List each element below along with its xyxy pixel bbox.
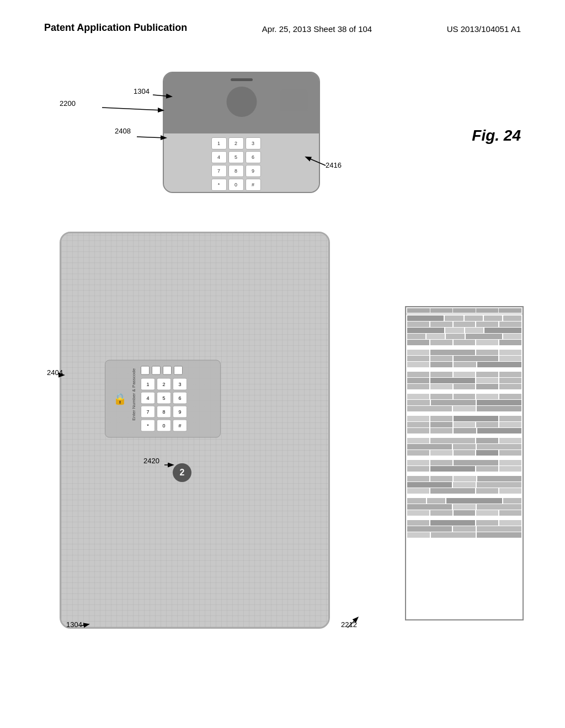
small-device-top: 1 2 3 4 5 6 7 8 9 * 0 # — [163, 72, 320, 193]
table-row — [407, 322, 521, 327]
device-screen-bottom: 1 2 3 4 5 6 7 8 9 * 0 # — [164, 133, 319, 193]
patent-number-label: US 2013/104051 A1 — [447, 24, 521, 34]
key-7: 7 — [211, 165, 227, 177]
key-0: 0 — [228, 179, 244, 191]
key-1: 1 — [211, 137, 227, 149]
key-9: 9 — [246, 165, 261, 177]
main-key-star: * — [141, 419, 155, 431]
main-key-2: 2 — [157, 378, 171, 390]
table-row — [407, 476, 521, 481]
main-key-6: 6 — [173, 392, 187, 404]
main-key-5: 5 — [157, 392, 171, 404]
page-header: Patent Application Publication Apr. 25, … — [0, 22, 565, 34]
passcode-field-1 — [141, 366, 150, 374]
table-row — [407, 390, 521, 393]
passcode-content: 1 2 3 4 5 6 7 8 9 * 0 # — [141, 366, 187, 431]
table-row — [407, 438, 521, 443]
table-row — [407, 372, 521, 377]
svg-line-2 — [137, 137, 166, 138]
table-row — [407, 362, 521, 367]
col-header-3 — [453, 308, 476, 313]
table-row — [407, 315, 521, 321]
label-2408: 2408 — [115, 127, 131, 135]
table-row — [407, 472, 521, 475]
passcode-field-3 — [163, 366, 172, 374]
col-header-4 — [476, 308, 499, 313]
step-circle: 2 — [173, 463, 191, 482]
main-key-3: 3 — [173, 378, 187, 390]
passcode-dialog: 🔒 Enter Number & Passcode 1 2 3 4 5 6 — [105, 360, 221, 437]
table-row — [407, 460, 521, 465]
label-2416: 2416 — [326, 161, 342, 169]
main-key-1: 1 — [141, 378, 155, 390]
sheet-header-row — [406, 307, 523, 314]
lock-icon: 🔒 — [113, 392, 127, 405]
device-screen-top — [164, 73, 319, 133]
label-1304-bottom: 1304 — [66, 620, 82, 629]
publication-label: Patent Application Publication — [44, 22, 187, 34]
col-header-5 — [499, 308, 521, 313]
table-row — [407, 510, 521, 516]
table-row — [407, 434, 521, 437]
main-key-8: 8 — [157, 405, 171, 417]
passcode-title: Enter Number & Passcode — [131, 377, 136, 421]
key-2: 2 — [228, 137, 244, 149]
key-5: 5 — [228, 151, 244, 163]
passcode-fields — [141, 366, 183, 374]
table-row — [407, 400, 521, 405]
table-row — [407, 334, 521, 339]
table-row — [407, 422, 521, 427]
table-row — [407, 526, 521, 532]
table-row — [407, 504, 521, 510]
date-sheet-label: Apr. 25, 2013 Sheet 38 of 104 — [262, 24, 372, 34]
col-header-1 — [407, 308, 430, 313]
main-tablet: 🔒 Enter Number & Passcode 1 2 3 4 5 6 — [60, 232, 330, 629]
main-key-0: 0 — [157, 419, 171, 431]
table-row — [407, 356, 521, 361]
table-row — [407, 520, 521, 526]
svg-line-0 — [102, 108, 163, 110]
tablet-background: 🔒 Enter Number & Passcode 1 2 3 4 5 6 — [61, 233, 328, 627]
main-key-9: 9 — [173, 405, 187, 417]
table-row — [407, 516, 521, 520]
table-row — [407, 350, 521, 355]
figure-label: Fig. 24 — [472, 127, 521, 144]
table-row — [407, 340, 521, 345]
main-key-4: 4 — [141, 392, 155, 404]
label-2200: 2200 — [60, 99, 76, 108]
label-1304-top: 1304 — [134, 87, 150, 95]
table-row — [407, 328, 521, 333]
key-hash: # — [246, 179, 261, 191]
label-2212: 2212 — [341, 620, 357, 629]
table-row — [407, 466, 521, 472]
table-row — [407, 346, 521, 349]
table-row — [407, 456, 521, 459]
col-header-2 — [430, 308, 453, 313]
small-keypad: 1 2 3 4 5 6 7 8 9 * 0 # — [211, 137, 261, 191]
label-2420: 2420 — [143, 457, 159, 465]
passcode-field-4 — [174, 366, 183, 374]
table-row — [407, 428, 521, 433]
key-8: 8 — [228, 165, 244, 177]
right-panel-spreadsheet — [405, 306, 524, 620]
table-row — [407, 412, 521, 415]
table-row — [407, 488, 521, 494]
table-row — [407, 368, 521, 371]
main-key-hash: # — [173, 419, 187, 431]
key-6: 6 — [246, 151, 261, 163]
table-row — [407, 406, 521, 411]
sheet-data-rows — [406, 314, 523, 539]
key-4: 4 — [211, 151, 227, 163]
table-row — [407, 532, 521, 538]
passcode-field-2 — [152, 366, 161, 374]
label-2404: 2404 — [47, 368, 63, 377]
table-row — [407, 416, 521, 421]
table-row — [407, 450, 521, 456]
main-key-7: 7 — [141, 405, 155, 417]
table-row — [407, 494, 521, 497]
table-row — [407, 378, 521, 383]
table-row — [407, 394, 521, 399]
table-row — [407, 444, 521, 449]
keypad-grid: 1 2 3 4 5 6 7 8 9 * 0 # — [141, 378, 187, 431]
table-row — [407, 384, 521, 389]
